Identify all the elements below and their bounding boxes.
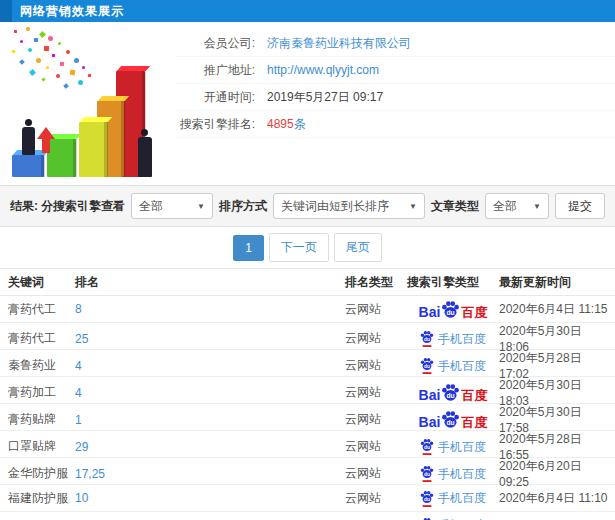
businessman-figure-left — [22, 127, 35, 155]
baidu-logo: Baidu百度 — [419, 410, 488, 429]
table-body: 膏药代工 8 云网站 Baidu百度 2020年6月4日 11:15 膏药代工 … — [0, 296, 615, 520]
company-label: 会员公司: — [175, 35, 255, 52]
baidu-logo-bai: Bai — [419, 415, 441, 429]
table-row: 膏药代工 25 云网站 du手机百度 2020年5月30日 18:06 — [0, 323, 615, 350]
baidu-paw-icon: du — [420, 438, 434, 455]
promo-url-link[interactable]: http://www.qlyyjt.com — [267, 63, 379, 77]
chevron-down-icon: ▼ — [525, 202, 541, 211]
info-row-url: 推广地址: http://www.qlyyjt.com — [175, 57, 615, 84]
page: 网络营销效果展示 会员公司: 济南秦鲁药业科技有限公司 推广地址: http:/… — [0, 0, 615, 520]
engine-cell: du手机百度 — [407, 330, 499, 347]
rank-link[interactable]: 25 — [75, 332, 345, 346]
company-link[interactable]: 济南秦鲁药业科技有限公司 — [267, 35, 411, 52]
baidu-paw-icon: du — [441, 383, 460, 402]
info-row-open-time: 开通时间: 2019年5月27日 09:17 — [175, 84, 615, 111]
engine-select-value: 全部 — [139, 198, 163, 215]
table-row: 金华防护服 17,25 云网站 du手机百度 2020年6月20日 09:25 — [0, 458, 615, 485]
baidu-paw-icon: du — [420, 490, 434, 507]
mobile-baidu-logo: du手机百度 — [420, 330, 486, 347]
baidu-logo-cn: 百度 — [461, 416, 487, 429]
rank-count-number: 4895 — [267, 117, 294, 131]
filter-controls: 分搜索引擎查看 全部 ▼ 排序方式 关键词由短到长排序 ▼ 文章类型 全部 ▼ … — [41, 193, 605, 219]
col-updated: 最新更新时间 — [499, 274, 615, 291]
svg-text:du: du — [447, 392, 455, 399]
mobile-baidu-logo: du手机百度 — [420, 357, 486, 374]
pagination: 1 下一页 尾页 — [0, 227, 615, 268]
keyword-cell: 膏药代工 — [8, 330, 75, 347]
title-bar: 网络营销效果展示 — [0, 0, 615, 22]
promo-url-label: 推广地址: — [175, 62, 255, 79]
baidu-logo: Baidu百度 — [419, 383, 488, 402]
rank-type-cell: 云网站 — [345, 357, 407, 374]
rank-link[interactable]: 1 — [75, 413, 345, 427]
baidu-paw-icon: du — [420, 330, 434, 347]
engine-filter-label: 分搜索引擎查看 — [41, 198, 125, 215]
rank-count-unit: 条 — [294, 117, 306, 131]
rank-type-cell: 云网站 — [345, 301, 407, 318]
keyword-cell: 秦鲁药业 — [8, 357, 75, 374]
baidu-logo: Baidu百度 — [419, 300, 488, 319]
col-keyword: 关键词 — [8, 274, 75, 291]
submit-button[interactable]: 提交 — [555, 193, 605, 219]
engine-cell: du手机百度 — [407, 465, 499, 482]
info-section: 会员公司: 济南秦鲁药业科技有限公司 推广地址: http://www.qlyy… — [0, 22, 615, 185]
mobile-baidu-label: 手机百度 — [438, 333, 486, 345]
rank-type-cell: 云网站 — [345, 490, 407, 507]
page-1-button[interactable]: 1 — [233, 235, 264, 261]
table-row: 膏药贴牌 1 云网站 Baidu百度 2020年5月30日 17:58 — [0, 404, 615, 431]
engine-cell: du手机百度 — [407, 357, 499, 374]
engine-cell: du手机百度 — [407, 490, 499, 507]
baidu-paw-icon: du — [420, 357, 434, 374]
baidu-paw-icon: du — [420, 517, 434, 520]
info-row-company: 会员公司: 济南秦鲁药业科技有限公司 — [175, 30, 615, 57]
col-rank-type: 排名类型 — [345, 274, 407, 291]
rank-type-cell: 云网站 — [345, 465, 407, 482]
updated-cell: 2020年6月20日 09:25 — [499, 458, 615, 489]
col-rank: 排名 — [75, 274, 345, 291]
svg-text:du: du — [424, 337, 430, 342]
updated-cell: 2020年6月4日 11:15 — [499, 301, 615, 318]
rank-type-cell: 云网站 — [345, 411, 407, 428]
chart-bar-blue — [12, 155, 44, 177]
svg-text:du: du — [424, 445, 430, 450]
baidu-logo-bai: Bai — [419, 388, 441, 402]
table-row: 膏药代工 8 云网站 Baidu百度 2020年6月4日 11:15 — [0, 296, 615, 323]
article-type-select-value: 全部 — [493, 198, 517, 215]
baidu-paw-icon: du — [441, 300, 460, 319]
rank-type-cell: 云网站 — [345, 330, 407, 347]
mobile-baidu-label: 手机百度 — [438, 468, 486, 480]
engine-select[interactable]: 全部 ▼ — [131, 193, 213, 219]
engine-cell: Baidu百度 — [407, 383, 499, 402]
rank-link[interactable]: 10 — [75, 491, 345, 505]
svg-text:du: du — [424, 472, 430, 477]
mobile-baidu-label: 手机百度 — [438, 492, 486, 504]
sort-select[interactable]: 关键词由短到长排序 ▼ — [273, 193, 425, 219]
rank-link[interactable]: 29 — [75, 440, 345, 454]
rank-link[interactable]: 17,25 — [75, 467, 345, 481]
open-time-value: 2019年5月27日 09:17 — [267, 89, 383, 106]
rank-link[interactable]: 4 — [75, 386, 345, 400]
rank-link[interactable]: 8 — [75, 302, 345, 316]
mobile-baidu-logo: du手机百度 — [420, 465, 486, 482]
filter-bar: 结果: 分搜索引擎查看 全部 ▼ 排序方式 关键词由短到长排序 ▼ 文章类型 全… — [0, 185, 615, 227]
svg-text:du: du — [447, 419, 455, 426]
keyword-cell: 膏药贴牌 — [8, 411, 75, 428]
rank-link[interactable]: 4 — [75, 359, 345, 373]
open-time-label: 开通时间: — [175, 89, 255, 106]
rank-count-label: 搜索引擎排名: — [175, 116, 255, 133]
bar-chart-illustration — [0, 22, 175, 185]
next-page-button[interactable]: 下一页 — [269, 233, 329, 262]
chevron-down-icon: ▼ — [401, 202, 417, 211]
article-type-select[interactable]: 全部 ▼ — [485, 193, 549, 219]
last-page-button[interactable]: 尾页 — [334, 233, 382, 262]
article-type-label: 文章类型 — [431, 198, 479, 215]
keyword-cell: 膏药代工 — [8, 301, 75, 318]
chart-bar-yellow — [79, 122, 107, 177]
keyword-cell: 口罩贴牌 — [8, 438, 75, 455]
col-engine: 搜索引擎类型 — [407, 274, 499, 291]
mobile-baidu-label: 手机百度 — [438, 441, 486, 453]
mobile-baidu-label: 手机百度 — [438, 360, 486, 372]
info-row-rank-count: 搜索引擎排名: 4895条 — [175, 111, 615, 138]
table-header: 关键词 排名 排名类型 搜索引擎类型 最新更新时间 — [0, 268, 615, 296]
rank-type-cell: 云网站 — [345, 438, 407, 455]
